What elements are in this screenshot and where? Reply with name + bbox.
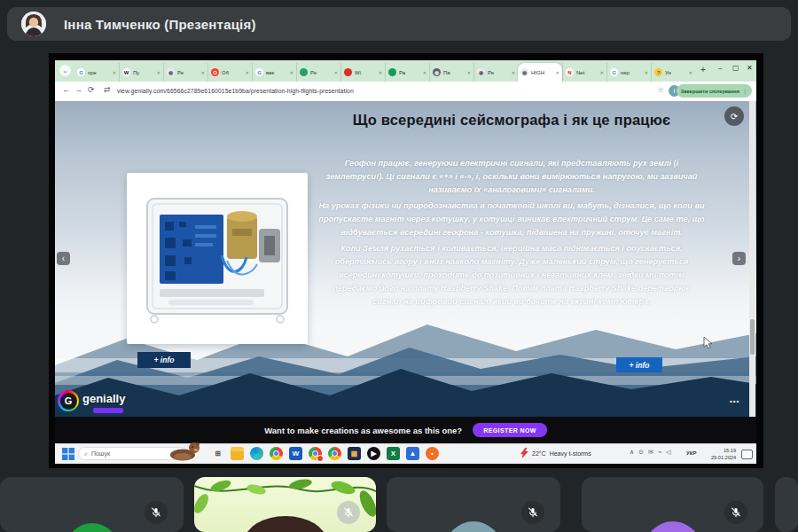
weather-widget[interactable]: 22°C Heavy t-storms — [520, 448, 591, 458]
participant-tile-partial[interactable] — [775, 477, 798, 532]
tray-expand-icon[interactable]: ∧ — [630, 449, 634, 456]
browser-tab[interactable]: ◉Ре✕ — [163, 63, 207, 82]
tab-close-icon[interactable]: ✕ — [157, 70, 160, 75]
slide-paragraph: Геофон працює, генеруючи електричні сигн… — [317, 157, 706, 197]
browser-tab[interactable]: Gпре✕ — [74, 63, 119, 82]
scrollbar-thumb[interactable] — [750, 319, 755, 355]
edge-icon[interactable] — [250, 447, 263, 460]
tray-volume-icon[interactable]: ◁ — [666, 449, 670, 456]
tab-close-icon[interactable]: ✕ — [379, 70, 382, 75]
browser-tab[interactable]: WПу✕ — [119, 63, 163, 82]
page-flip-button[interactable]: ⟳ — [724, 106, 744, 126]
tab-favicon-glyph: O — [213, 70, 217, 75]
genially-badge — [93, 408, 123, 413]
chrome-2-icon[interactable] — [328, 447, 341, 460]
photos-icon[interactable]: ▲ — [406, 447, 419, 460]
participant-tile-video[interactable] — [194, 477, 376, 532]
tab-favicon — [344, 68, 352, 76]
tab-close-icon[interactable]: ✕ — [290, 70, 293, 75]
tab-close-icon[interactable]: ✕ — [334, 70, 338, 75]
browser-tab[interactable]: Gпер✕ — [606, 63, 651, 82]
tab-close-icon[interactable]: ✕ — [246, 70, 249, 75]
participant-tile[interactable] — [0, 477, 184, 532]
participant-tile[interactable] — [582, 477, 763, 532]
browser-tab[interactable]: OОб✕ — [207, 63, 252, 82]
forward-icon[interactable]: → — [74, 85, 82, 94]
tray-mail-icon[interactable]: ✉ — [648, 449, 653, 456]
start-button-icon[interactable] — [62, 448, 74, 460]
word-icon[interactable]: W — [289, 447, 302, 460]
tab-favicon: ◉ — [520, 68, 528, 76]
tab-close-icon[interactable]: ✕ — [645, 70, 648, 75]
tab-close-icon[interactable]: ✕ — [689, 70, 692, 75]
excel-icon[interactable]: X — [387, 447, 400, 460]
genially-logo[interactable]: G genially — [58, 390, 125, 413]
tab-close-icon[interactable]: ✕ — [600, 70, 604, 75]
slide-next-arrow[interactable]: › — [732, 252, 746, 265]
taskbar-apps: ⊞ W ▦ ▶ X ▲ • — [211, 447, 439, 460]
meet-window: Інна Тимченко (Презентація) ⌄ Gпре✕ WПу✕… — [0, 0, 798, 532]
language-indicator[interactable]: УКР — [686, 450, 696, 456]
new-tab-button[interactable]: + — [700, 65, 706, 74]
chrome-badge-icon[interactable] — [309, 447, 322, 460]
task-view-icon[interactable]: ⊞ — [211, 447, 224, 460]
window-close-button[interactable]: ✕ — [747, 64, 753, 72]
tab-favicon-glyph: N — [567, 70, 571, 75]
reload-icon[interactable]: ⟳ — [88, 85, 95, 94]
tv-box-app-icon[interactable]: ▦ — [348, 447, 361, 460]
tab-title: Ре — [177, 70, 200, 75]
presenter-bar: Інна Тимченко (Презентація) — [7, 7, 791, 41]
scrollbar[interactable] — [749, 101, 755, 417]
tab-title: Пу — [133, 70, 155, 75]
file-explorer-icon[interactable] — [231, 447, 244, 460]
tab-close-icon[interactable]: ✕ — [467, 70, 471, 75]
browser-tab[interactable]: Gвак✕ — [252, 63, 296, 82]
slide-more-menu[interactable]: ••• — [730, 397, 739, 405]
browser-tab[interactable]: Ра✕ — [385, 63, 429, 82]
tab-close-icon[interactable]: ✕ — [423, 70, 426, 75]
info-button-left[interactable]: + info — [137, 352, 191, 368]
tab-close-icon[interactable]: ✕ — [201, 70, 205, 75]
tray-network-icon[interactable]: ⌁ — [658, 449, 661, 456]
orange-app-icon[interactable]: • — [426, 447, 439, 460]
info-button-right[interactable]: + info — [616, 357, 662, 372]
genially-wordmark-wrap: genially — [82, 390, 125, 413]
tab-close-icon[interactable]: ✕ — [113, 70, 116, 75]
browser-tab[interactable]: NNet✕ — [562, 63, 606, 82]
stop-sharing-button[interactable]: Завершити спілкування ⋮ — [677, 84, 752, 98]
browser-tab[interactable]: Wi✕ — [340, 63, 385, 82]
tab-close-icon[interactable]: ✕ — [512, 70, 515, 75]
browser-tab-strip: ⌄ Gпре✕ WПу✕ ◉Ре✕ OОб✕ Gвак✕ Ре✕ Wi✕ Ра✕… — [55, 60, 756, 82]
seismograph-photo-panel — [127, 173, 308, 344]
browser-tab[interactable]: ◉Ре✕ — [473, 63, 518, 82]
browser-tab-active[interactable]: ◉HIGH✕ — [518, 63, 562, 82]
browser-tab[interactable]: ◉Па✕ — [429, 63, 473, 82]
register-prompt: Want to make creations as awesome as thi… — [264, 426, 462, 435]
browser-tabs: Gпре✕ WПу✕ ◉Ре✕ OОб✕ Gвак✕ Ре✕ Wi✕ Ра✕ ◉… — [74, 63, 695, 82]
media-player-icon[interactable]: ▶ — [367, 447, 380, 460]
tray-clock-icon[interactable]: ⊙ — [638, 449, 644, 456]
bookmark-star-icon[interactable]: ☆ — [658, 86, 664, 94]
stop-sharing-menu-icon[interactable]: ⋮ — [742, 88, 747, 94]
tab-title: HIGH — [531, 70, 554, 75]
window-minimize-button[interactable]: – — [718, 64, 722, 72]
browser-tab[interactable]: ?Ун✕ — [651, 63, 695, 82]
participant-avatar — [645, 521, 701, 532]
slide-prev-arrow[interactable]: ‹ — [57, 252, 70, 265]
taskbar-clock[interactable]: 15:19 29.01.2024 — [704, 447, 736, 461]
register-now-button[interactable]: REGISTER NOW — [473, 423, 547, 437]
address-bar[interactable]: view.genially.com/66566c2789e6160015e1b9… — [117, 88, 354, 94]
participant-tile[interactable] — [387, 477, 560, 532]
presenter-name: Інна Тимченко (Презентація) — [64, 17, 256, 32]
tab-close-icon[interactable]: ✕ — [556, 70, 559, 75]
search-icon: ⌕ — [84, 450, 88, 458]
back-icon[interactable]: ← — [62, 85, 70, 94]
window-maximize-button[interactable]: ▢ — [732, 64, 739, 72]
browser-tab[interactable]: Ре✕ — [296, 63, 340, 82]
tab-favicon: G — [255, 68, 263, 76]
notification-center-icon[interactable] — [741, 450, 753, 459]
tab-search-button[interactable]: ⌄ — [59, 65, 71, 76]
weather-icon — [520, 448, 528, 458]
genially-logo-icon: G — [58, 390, 79, 411]
chrome-icon[interactable] — [270, 447, 283, 460]
